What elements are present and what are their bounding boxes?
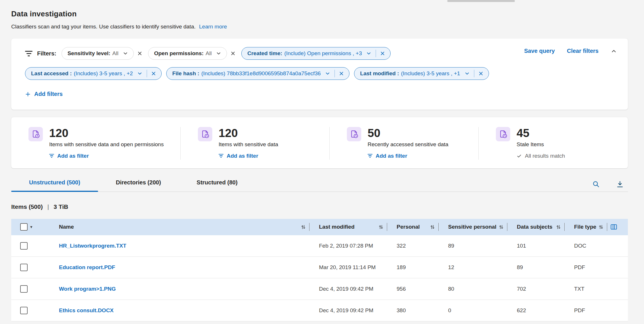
item-name-link[interactable]: HR_Listworkprogrem.TXT [59, 243, 126, 249]
row-checkbox[interactable] [20, 264, 28, 271]
row-checkbox[interactable] [20, 242, 28, 250]
chevron-down-icon [464, 71, 470, 76]
pill-value: (Include) Open permissions , +3 [284, 50, 362, 57]
sensitive-personal-value: 12 [448, 264, 454, 271]
filter-pill-last-accessed[interactable]: Last accessed : (Includes) 3-5 years , +… [25, 67, 162, 80]
save-query-button[interactable]: Save query [524, 48, 555, 54]
add-as-filter-button[interactable]: Add as filter [49, 153, 89, 159]
column-header-data-subjects[interactable]: Data subjects [510, 223, 567, 231]
plus-icon [25, 91, 31, 97]
item-name-link[interactable]: Work program>1.PNG [59, 286, 116, 292]
pill-label: Created time: [247, 50, 282, 57]
dismiss-filter-button[interactable] [136, 50, 144, 57]
tab-unstructured[interactable]: Unstructured (500) [11, 176, 98, 192]
pill-value: All [112, 50, 119, 57]
tab-structured[interactable]: Structured (80) [179, 176, 255, 192]
pill-label: Last modified : [360, 70, 399, 77]
table-row: Work program>1.PNG Dec 4, 2019 09:42 PM … [11, 278, 628, 300]
table-row: HR_Listworkprogrem.TXT Feb 2, 2019 07:28… [11, 235, 628, 257]
items-separator: | [47, 203, 49, 210]
filter-pill-group: File hash : (Includes) 78bb33f1e8d900659… [166, 67, 349, 80]
last-modified-value: Dec 4, 2019 09:42 PM [319, 307, 373, 314]
select-all-checkbox[interactable] [20, 223, 28, 231]
column-header-personal[interactable]: Personal [390, 223, 442, 231]
data-subjects-value: 89 [517, 264, 523, 271]
close-icon[interactable] [478, 71, 484, 76]
item-name-link[interactable]: Ethics consult.DOCX [59, 307, 114, 314]
tab-actions [592, 180, 624, 188]
row-checkbox[interactable] [20, 285, 28, 293]
add-filters-button[interactable]: Add filters [25, 91, 63, 97]
filter-pill-last-modified[interactable]: Last modified : (Includes) 3-5 years , +… [354, 67, 489, 80]
subtitle-text: Classifiers scan and tag your items. Use… [11, 24, 196, 30]
close-icon[interactable] [339, 71, 344, 76]
column-header-name[interactable]: Name [48, 223, 312, 231]
sensitive-items-icon [198, 127, 212, 141]
add-as-filter-label: Add as filter [227, 153, 258, 159]
search-button[interactable] [592, 180, 600, 188]
stat-stale-items: 45 Stale Items All results match [478, 127, 627, 160]
tab-directories[interactable]: Directories (200) [98, 176, 179, 192]
chevron-down-icon [366, 51, 372, 56]
pill-divider [376, 50, 376, 57]
column-divider [607, 223, 607, 231]
scrollbar-thumb[interactable] [447, 0, 515, 2]
checkmark-icon [517, 153, 522, 159]
filter-pill-open-permissions[interactable]: Open permissions: All [148, 47, 227, 60]
filters-panel: Save query Clear filters Filters: Sensit… [11, 38, 628, 110]
file-type-value: PDF [574, 264, 585, 271]
insights-panel: 120 Items with sensitive data and open p… [11, 117, 628, 168]
select-dropdown-caret-icon[interactable]: ▾ [30, 225, 33, 229]
stat-body: 120 Items with sensitive data Add as fil… [219, 127, 278, 160]
data-subjects-value: 702 [517, 286, 526, 292]
chevron-down-icon [123, 51, 128, 56]
close-icon[interactable] [151, 71, 156, 76]
columns-icon [610, 223, 618, 231]
column-settings-button[interactable] [610, 223, 618, 231]
name-cell: Work program>1.PNG [48, 286, 312, 292]
pill-divider [335, 70, 335, 77]
column-divider [507, 223, 507, 231]
collapse-filters-button[interactable] [611, 48, 617, 54]
row-select-cell [11, 285, 48, 293]
all-results-match-label: All results match [525, 153, 565, 159]
name-cell: HR_Listworkprogrem.TXT [48, 243, 312, 249]
item-name-link[interactable]: Education report.PDF [59, 264, 115, 271]
column-header-last-modified[interactable]: Last modified [312, 223, 390, 231]
filter-pill-created-time[interactable]: Created time: (Include) Open permissions… [241, 47, 391, 60]
add-as-filter-button[interactable]: Add as filter [368, 153, 407, 159]
filter-pill-sensitivity-level[interactable]: Sensitivity level: All [62, 47, 134, 60]
personal-value: 380 [397, 307, 406, 314]
column-header-file-type[interactable]: File type [567, 223, 610, 231]
download-button[interactable] [616, 180, 624, 188]
table-row: Education report.PDF Mar 20, 2019 11:14 … [11, 257, 628, 278]
last-modified-value: Dec 4, 2019 09:42 PM [319, 286, 373, 292]
clear-filters-button[interactable]: Clear filters [567, 48, 599, 54]
sensitive-personal-value: 80 [448, 286, 454, 292]
add-as-filter-button[interactable]: Add as filter [219, 153, 258, 159]
filters-row-2: Last accessed : (Includes) 3-5 years , +… [25, 67, 616, 80]
chevron-down-icon [216, 51, 221, 56]
stat-value: 50 [368, 127, 448, 139]
row-select-cell [11, 242, 48, 250]
add-as-filter-label: Add as filter [376, 153, 407, 159]
file-type-value: TXT [574, 286, 584, 292]
filter-pill-group: Created time: (Include) Open permissions… [241, 47, 391, 60]
table-header: ▾ Name Last modified Personal Sensitive … [11, 219, 628, 235]
filter-pill-file-hash[interactable]: File hash : (Includes) 78bb33f1e8d900659… [166, 67, 349, 80]
items-table: ▾ Name Last modified Personal Sensitive … [11, 219, 628, 321]
last-modified-value: Feb 2, 2019 07:28 PM [319, 243, 373, 249]
learn-more-link[interactable]: Learn more [199, 24, 227, 30]
page-subtitle: Classifiers scan and tag your items. Use… [11, 24, 628, 30]
pill-label: Sensitivity level: [68, 50, 110, 57]
dismiss-filter-button[interactable] [229, 50, 237, 57]
items-count: Items (500) [11, 203, 43, 210]
row-checkbox[interactable] [20, 307, 28, 314]
sensitive-personal-value: 0 [448, 307, 451, 314]
close-icon[interactable] [380, 51, 385, 56]
stat-sensitive-items: 120 Items with sensitive data Add as fil… [180, 127, 329, 160]
column-settings-cell [610, 223, 628, 231]
chevron-up-icon [611, 48, 617, 54]
column-header-sensitive-personal[interactable]: Sensitive personal [442, 223, 510, 231]
filters-actions: Save query Clear filters [524, 48, 617, 54]
